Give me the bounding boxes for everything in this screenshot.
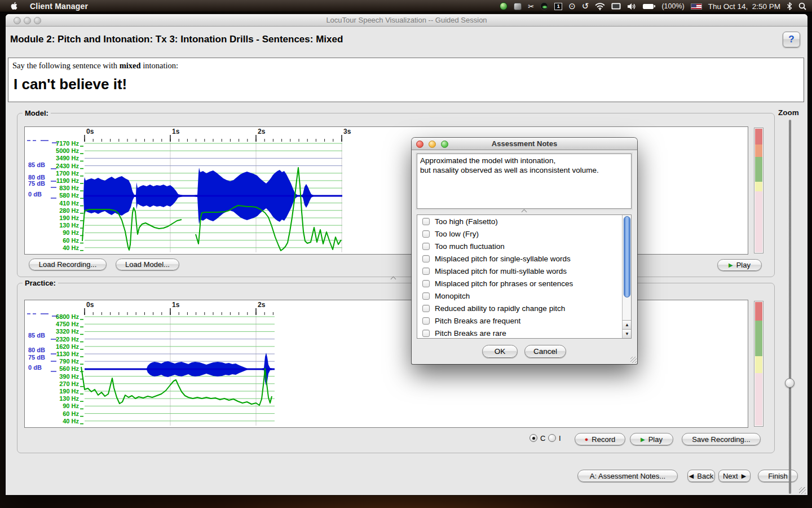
svg-text:0 dB: 0 dB	[28, 191, 42, 198]
battery-icon[interactable]	[643, 0, 655, 12]
checklist-row[interactable]: Monopitch	[417, 290, 631, 302]
range-segment	[755, 321, 762, 356]
checkbox[interactable]	[422, 243, 430, 250]
model-play-button[interactable]: ▶ Play	[717, 259, 762, 271]
range-segment	[755, 191, 762, 252]
radio-c[interactable]	[529, 434, 537, 442]
window-title: LocuTour Speech Visualization -- Guided …	[6, 16, 807, 24]
instruction-text: Say the following sentence with mixed in…	[12, 61, 178, 71]
model-pitch-range-bar	[754, 128, 764, 253]
model-chart-box[interactable]: 0s1s2s3s7170 Hz5000 Hz3490 Hz2430 Hz1700…	[24, 126, 748, 255]
checkbox[interactable]	[422, 317, 430, 325]
scrollbar-down-arrow[interactable]: ▼	[623, 329, 632, 338]
practice-panel: Practice: 0s1s2s6800 Hz4750 Hz3320 Hz232…	[17, 283, 775, 453]
checkbox[interactable]	[422, 268, 430, 275]
checkbox-label: Pitch Breaks are rare	[435, 329, 506, 338]
menubar-clock[interactable]: Thu Oct 14, 2:50 PM	[708, 2, 780, 11]
target-sentence: I can't believe it!	[14, 76, 127, 93]
assessment-checklist: Too high (Falsetto)Too low (Fry)Too much…	[417, 214, 632, 339]
practice-panel-label: Practice:	[23, 279, 58, 287]
checkbox[interactable]	[422, 230, 430, 238]
svg-text:60 Hz: 60 Hz	[63, 237, 79, 244]
time-machine-icon[interactable]: ↺	[582, 0, 589, 12]
svg-text:90 Hz: 90 Hz	[63, 402, 79, 409]
range-segment	[755, 144, 762, 157]
svg-text:2s: 2s	[258, 128, 266, 135]
window-titlebar[interactable]: LocuTour Speech Visualization -- Guided …	[6, 14, 807, 27]
next-button[interactable]: Next ▶	[718, 470, 751, 482]
checkbox-label: Too high (Falsetto)	[435, 217, 498, 226]
dialog-resize-grip[interactable]	[630, 357, 637, 363]
svg-text:390 Hz: 390 Hz	[59, 373, 79, 380]
checklist-row[interactable]: Reduced ability to rapidly change pitch	[417, 302, 631, 314]
load-model-button[interactable]: Load Model...	[116, 259, 179, 270]
assessment-notes-button[interactable]: A: Assessment Notes...	[577, 470, 678, 482]
checkbox[interactable]	[422, 292, 430, 300]
svg-text:1130 Hz: 1130 Hz	[56, 351, 80, 357]
help-button[interactable]: ?	[783, 32, 800, 47]
record-button[interactable]: ● Record	[575, 433, 625, 445]
checkbox[interactable]	[422, 280, 430, 287]
spotlight-icon[interactable]	[798, 0, 806, 12]
checkbox[interactable]	[422, 255, 430, 262]
zoom-slider-track[interactable]	[789, 120, 791, 494]
apple-icon	[10, 2, 17, 11]
universal-access-icon[interactable]: ⊙	[568, 0, 576, 12]
window-resize-grip[interactable]	[799, 487, 806, 494]
textarea-resize-caret-icon[interactable]	[522, 209, 527, 214]
menu-bar: Client Manager ✂ 1 ⊙ ↺ (100%) Thu Oct 14…	[0, 0, 812, 12]
practice-chart[interactable]: 0s1s2s6800 Hz4750 Hz3320 Hz2320 Hz1620 H…	[25, 300, 749, 428]
checklist-row[interactable]: Too low (Fry)	[417, 227, 631, 240]
back-button[interactable]: ◀ Back	[687, 470, 715, 482]
cancel-button[interactable]: Cancel	[524, 345, 566, 358]
checkbox[interactable]	[422, 330, 430, 337]
checklist-row[interactable]: Pitch Breaks are frequent	[417, 314, 631, 327]
apple-menu[interactable]	[10, 2, 17, 11]
checklist-row[interactable]: Pitch Breaks are rare	[417, 327, 631, 339]
checkbox[interactable]	[422, 218, 430, 225]
radio-i[interactable]	[548, 434, 556, 442]
app-menu-title[interactable]: Client Manager	[30, 2, 88, 11]
checklist-row[interactable]: Too high (Falsetto)	[417, 215, 631, 227]
save-recording-button[interactable]: Save Recording...	[682, 433, 761, 445]
bluetooth-icon[interactable]	[787, 0, 792, 12]
notes-textarea[interactable]: Approximated the model with intonation, …	[417, 154, 632, 209]
display-icon[interactable]	[611, 0, 621, 12]
checklist-row[interactable]: Misplaced pitch for multi-syllable words	[417, 265, 631, 277]
svg-text:40 Hz: 40 Hz	[63, 418, 79, 424]
graphics-app-icon[interactable]	[514, 0, 522, 12]
zoom-slider-thumb[interactable]	[785, 378, 795, 388]
model-chart[interactable]: 0s1s2s3s7170 Hz5000 Hz3490 Hz2430 Hz1700…	[25, 127, 749, 255]
checklist-row[interactable]: Too much fluctuation	[417, 240, 631, 252]
checklist-row[interactable]: Misplaced pitch for single-syllable word…	[417, 252, 631, 265]
practice-pitch-range-bar	[754, 301, 764, 427]
checklist-scrollbar[interactable]: ▲ ▼	[622, 215, 631, 338]
svg-text:280 Hz: 280 Hz	[59, 207, 79, 214]
svg-text:75 dB: 75 dB	[28, 354, 45, 361]
wifi-icon[interactable]	[595, 0, 605, 12]
scrollbar-thumb[interactable]	[624, 216, 630, 297]
volume-icon[interactable]	[627, 0, 637, 12]
range-segment	[755, 302, 762, 321]
ok-button[interactable]: OK	[482, 345, 518, 358]
finish-button[interactable]: Finish	[758, 470, 798, 482]
checkbox-label: Pitch Breaks are frequent	[435, 317, 520, 325]
load-recording-button[interactable]: Load Recording...	[29, 259, 107, 270]
checkbox[interactable]	[422, 305, 430, 312]
input-language-flag-icon[interactable]	[691, 0, 702, 12]
scissors-icon[interactable]: ✂	[528, 0, 534, 12]
practice-play-button[interactable]: ▶ Play	[630, 433, 673, 445]
eye-app-icon[interactable]	[540, 0, 548, 12]
dialog-titlebar[interactable]: Assessment Notes	[412, 138, 637, 150]
splitter-handle-icon[interactable]	[391, 276, 396, 281]
svg-text:6800 Hz: 6800 Hz	[56, 313, 79, 320]
clock-app-icon[interactable]	[500, 0, 508, 12]
svg-text:0s: 0s	[86, 128, 94, 135]
scrollbar-up-arrow[interactable]: ▲	[623, 320, 632, 329]
svg-text:4750 Hz: 4750 Hz	[56, 321, 79, 327]
practice-chart-box[interactable]: 0s1s2s6800 Hz4750 Hz3320 Hz2320 Hz1620 H…	[24, 300, 748, 428]
svg-text:0 dB: 0 dB	[28, 364, 42, 371]
battery-percent[interactable]: (100%)	[661, 2, 684, 10]
spaces-icon[interactable]: 1	[554, 0, 562, 12]
checklist-row[interactable]: Misplaced pitch for phrases or sentences	[417, 277, 631, 290]
